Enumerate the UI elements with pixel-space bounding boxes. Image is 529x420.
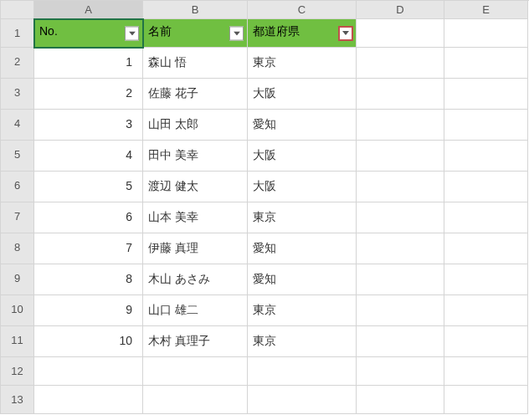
- cell-a11[interactable]: 10: [34, 326, 143, 357]
- col-header-e[interactable]: E: [444, 1, 528, 19]
- cell-a3[interactable]: 2: [34, 79, 143, 110]
- row-header-11[interactable]: 11: [1, 326, 34, 357]
- cell-e3[interactable]: [444, 79, 528, 110]
- row-header-13[interactable]: 13: [1, 386, 34, 414]
- col-header-b[interactable]: B: [143, 1, 248, 19]
- cell-e8[interactable]: [444, 233, 528, 264]
- cell-a2[interactable]: 1: [34, 48, 143, 79]
- row-header-1[interactable]: 1: [1, 19, 34, 48]
- cell-d12[interactable]: [357, 357, 444, 386]
- cell-c3[interactable]: 大阪: [248, 79, 357, 110]
- cell-e2[interactable]: [444, 48, 528, 79]
- filter-button-pref[interactable]: [338, 26, 353, 41]
- cell-e4[interactable]: [444, 110, 528, 141]
- cell-a13[interactable]: [34, 386, 143, 414]
- cell-b1[interactable]: 名前: [143, 19, 248, 48]
- cell-c8[interactable]: 愛知: [248, 233, 357, 264]
- cell-e10[interactable]: [444, 295, 528, 326]
- cell-e5[interactable]: [444, 141, 528, 172]
- cell-c9[interactable]: 愛知: [248, 264, 357, 295]
- row-header-7[interactable]: 7: [1, 202, 34, 233]
- row-header-9[interactable]: 9: [1, 264, 34, 295]
- header-label-pref: 都道府県: [253, 24, 300, 38]
- cell-a6[interactable]: 5: [34, 172, 143, 202]
- cell-a1[interactable]: No.: [34, 19, 143, 48]
- cell-a12[interactable]: [34, 357, 143, 386]
- spreadsheet-grid: A B C D E 1 No. 名前 都道府県 2 1 森山 悟 東京 3 2 …: [0, 0, 529, 414]
- cell-c4[interactable]: 愛知: [248, 110, 357, 141]
- row-header-5[interactable]: 5: [1, 141, 34, 172]
- row-header-8[interactable]: 8: [1, 233, 34, 264]
- cell-e6[interactable]: [444, 172, 528, 202]
- filter-button-name[interactable]: [229, 26, 244, 40]
- cell-b6[interactable]: 渡辺 健太: [143, 172, 248, 202]
- cell-b9[interactable]: 木山 あさみ: [143, 264, 248, 295]
- cell-c5[interactable]: 大阪: [248, 141, 357, 172]
- cell-d13[interactable]: [357, 386, 444, 414]
- cell-d4[interactable]: [357, 110, 444, 141]
- cell-e9[interactable]: [444, 264, 528, 295]
- cell-c1[interactable]: 都道府県: [248, 19, 357, 48]
- col-header-c[interactable]: C: [248, 1, 357, 19]
- header-label-name: 名前: [148, 24, 172, 38]
- cell-a5[interactable]: 4: [34, 141, 143, 172]
- cell-a7[interactable]: 6: [34, 202, 143, 233]
- cell-a4[interactable]: 3: [34, 110, 143, 141]
- chevron-down-icon: [342, 31, 349, 35]
- cell-b4[interactable]: 山田 太郎: [143, 110, 248, 141]
- filter-button-no[interactable]: [125, 26, 139, 40]
- row-header-12[interactable]: 12: [1, 357, 34, 386]
- cell-b13[interactable]: [143, 386, 248, 414]
- cell-c6[interactable]: 大阪: [248, 172, 357, 202]
- cell-b2[interactable]: 森山 悟: [143, 48, 248, 79]
- cell-d8[interactable]: [357, 233, 444, 264]
- cell-b5[interactable]: 田中 美幸: [143, 141, 248, 172]
- cell-c11[interactable]: 東京: [248, 326, 357, 357]
- cell-e11[interactable]: [444, 326, 528, 357]
- col-header-a[interactable]: A: [34, 1, 143, 19]
- cell-b10[interactable]: 山口 雄二: [143, 295, 248, 326]
- chevron-down-icon: [234, 31, 240, 35]
- cell-d11[interactable]: [357, 326, 444, 357]
- cell-a8[interactable]: 7: [34, 233, 143, 264]
- cell-e12[interactable]: [444, 357, 528, 386]
- cell-b11[interactable]: 木村 真理子: [143, 326, 248, 357]
- cell-c12[interactable]: [248, 357, 357, 386]
- row-header-3[interactable]: 3: [1, 79, 34, 110]
- cell-b7[interactable]: 山本 美幸: [143, 202, 248, 233]
- row-header-6[interactable]: 6: [1, 172, 34, 202]
- row-header-2[interactable]: 2: [1, 48, 34, 79]
- chevron-down-icon: [129, 31, 136, 35]
- cell-e7[interactable]: [444, 202, 528, 233]
- cell-d1[interactable]: [357, 19, 444, 48]
- cell-d3[interactable]: [357, 79, 444, 110]
- cell-e1[interactable]: [444, 19, 528, 48]
- cell-d9[interactable]: [357, 264, 444, 295]
- cell-e13[interactable]: [444, 386, 528, 414]
- cell-d2[interactable]: [357, 48, 444, 79]
- cell-c2[interactable]: 東京: [248, 48, 357, 79]
- cell-b12[interactable]: [143, 357, 248, 386]
- cell-b3[interactable]: 佐藤 花子: [143, 79, 248, 110]
- cell-c10[interactable]: 東京: [248, 295, 357, 326]
- cell-d5[interactable]: [357, 141, 444, 172]
- cell-c7[interactable]: 東京: [248, 202, 357, 233]
- select-all-corner[interactable]: [1, 1, 34, 19]
- header-label-no: No.: [39, 24, 58, 38]
- cell-c13[interactable]: [248, 386, 357, 414]
- col-header-d[interactable]: D: [357, 1, 444, 19]
- row-header-10[interactable]: 10: [1, 295, 34, 326]
- cell-d10[interactable]: [357, 295, 444, 326]
- cell-b8[interactable]: 伊藤 真理: [143, 233, 248, 264]
- row-header-4[interactable]: 4: [1, 110, 34, 141]
- cell-d6[interactable]: [357, 172, 444, 202]
- cell-a10[interactable]: 9: [34, 295, 143, 326]
- cell-a9[interactable]: 8: [34, 264, 143, 295]
- cell-d7[interactable]: [357, 202, 444, 233]
